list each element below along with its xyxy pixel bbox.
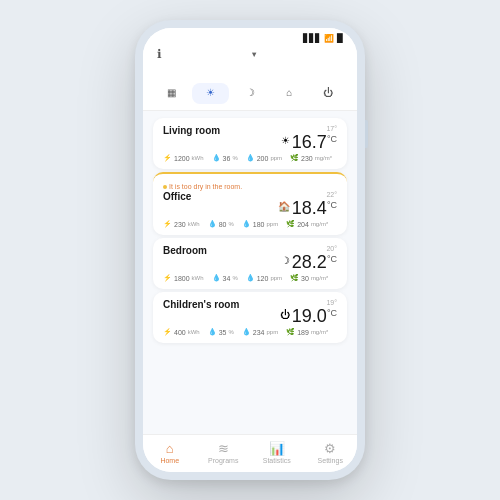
stat-unit-3: mg/m³ xyxy=(315,155,332,161)
stat-unit-2: ppm xyxy=(270,155,282,161)
bottom-nav-item-home[interactable]: ⌂ Home xyxy=(143,441,197,464)
stat-icon-2: 💧 xyxy=(246,274,255,282)
stat-value-3: 30 xyxy=(301,275,309,282)
stat-value-0: 230 xyxy=(174,221,186,228)
signal-icon: ▋▋▋ xyxy=(303,34,321,43)
room-temp-area: 22° 🏠 18.4 °C xyxy=(278,191,337,217)
bottom-nav-label-home: Home xyxy=(160,457,179,464)
tab-comfort[interactable]: ☀ xyxy=(192,83,229,104)
set-temp: 22° xyxy=(326,191,337,198)
stat-icon-0: ⚡ xyxy=(163,220,172,228)
bottom-nav-icon-programs: ≋ xyxy=(218,441,229,456)
sleep-icon: ☽ xyxy=(246,87,255,98)
stat-icon-2: 💧 xyxy=(242,328,251,336)
info-icon[interactable]: ℹ xyxy=(157,47,162,61)
bottom-nav-item-settings[interactable]: ⚙ Settings xyxy=(304,441,358,464)
comfort-icon: ☀ xyxy=(206,87,215,98)
room-stats: ⚡ 1200 kWh 💧 36 % 💧 200 ppm 🌿 230 mg/m³ xyxy=(163,154,337,162)
stat-unit-0: kWh xyxy=(188,221,200,227)
wifi-icon: 📶 xyxy=(324,34,334,43)
bottom-nav-label-programs: Programs xyxy=(208,457,238,464)
warning-dot xyxy=(163,185,167,189)
stat-item-0: ⚡ 1800 kWh xyxy=(163,274,204,282)
room-card-office[interactable]: It is too dry in the room. Office 22° 🏠 … xyxy=(153,172,347,235)
stat-value-2: 200 xyxy=(257,155,269,162)
temp-unit: °C xyxy=(327,200,337,210)
room-card-top: Living room 17° ☀ 16.7 °C xyxy=(163,125,337,151)
temp-unit: °C xyxy=(327,308,337,318)
tab-away[interactable]: ⌂ xyxy=(271,83,308,104)
off-icon: ⏻ xyxy=(323,87,333,98)
stat-value-3: 204 xyxy=(297,221,309,228)
stat-item-1: 💧 34 % xyxy=(212,274,238,282)
room-name: Office xyxy=(163,191,191,202)
room-card-top: Children's room 19° ⏻ 19.0 °C xyxy=(163,299,337,325)
stat-item-3: 🌿 230 mg/m³ xyxy=(290,154,332,162)
stat-value-2: 180 xyxy=(253,221,265,228)
room-card-children's-room[interactable]: Children's room 19° ⏻ 19.0 °C ⚡ 400 kWh … xyxy=(153,292,347,343)
stat-value-3: 189 xyxy=(297,329,309,336)
stat-item-2: 💧 200 ppm xyxy=(246,154,282,162)
stat-item-2: 💧 180 ppm xyxy=(242,220,278,228)
stat-item-2: 💧 234 ppm xyxy=(242,328,278,336)
bottom-nav-item-statistics[interactable]: 📊 Statistics xyxy=(250,441,304,464)
room-temp-value: 16.7 xyxy=(292,133,327,151)
stat-icon-3: 🌿 xyxy=(286,328,295,336)
room-card-top: Office 22° 🏠 18.4 °C xyxy=(163,191,337,217)
bottom-nav-icon-settings: ⚙ xyxy=(324,441,336,456)
stat-value-1: 80 xyxy=(219,221,227,228)
tab-program[interactable]: ▦ xyxy=(153,83,190,104)
stat-item-0: ⚡ 230 kWh xyxy=(163,220,200,228)
room-list: Living room 17° ☀ 16.7 °C ⚡ 1200 kWh 💧 3… xyxy=(143,111,357,434)
stat-unit-1: % xyxy=(228,329,233,335)
room-card-bedroom[interactable]: Bedroom 20° ☽ 28.2 °C ⚡ 1800 kWh 💧 34 % xyxy=(153,238,347,289)
room-card-living-room[interactable]: Living room 17° ☀ 16.7 °C ⚡ 1200 kWh 💧 3… xyxy=(153,118,347,169)
bottom-nav-icon-statistics: 📊 xyxy=(269,441,285,456)
stat-value-2: 120 xyxy=(257,275,269,282)
stat-unit-3: mg/m³ xyxy=(311,329,328,335)
stat-icon-2: 💧 xyxy=(242,220,251,228)
tab-sleep[interactable]: ☽ xyxy=(231,83,268,104)
room-temp-area: 20° ☽ 28.2 °C xyxy=(281,245,337,271)
stat-value-0: 1800 xyxy=(174,275,190,282)
stat-value-1: 34 xyxy=(223,275,231,282)
stat-unit-3: mg/m³ xyxy=(311,221,328,227)
mode-icon: 🏠 xyxy=(278,201,290,212)
house-selector[interactable]: ▾ xyxy=(249,50,256,59)
stat-item-3: 🌿 189 mg/m³ xyxy=(286,328,328,336)
stat-item-0: ⚡ 400 kWh xyxy=(163,328,200,336)
stat-value-0: 1200 xyxy=(174,155,190,162)
away-icon: ⌂ xyxy=(286,87,292,98)
stat-icon-1: 💧 xyxy=(208,328,217,336)
stat-unit-0: kWh xyxy=(192,155,204,161)
stat-item-1: 💧 35 % xyxy=(208,328,234,336)
status-icons: ▋▋▋ 📶 ▉ xyxy=(303,34,343,43)
set-temp: 17° xyxy=(326,125,337,132)
room-temp-value: 19.0 xyxy=(292,307,327,325)
room-stats: ⚡ 400 kWh 💧 35 % 💧 234 ppm 🌿 189 mg/m³ xyxy=(163,328,337,336)
tab-off[interactable]: ⏻ xyxy=(310,83,347,104)
stat-value-1: 36 xyxy=(223,155,231,162)
mode-icon: ☀ xyxy=(281,135,290,146)
stat-unit-2: ppm xyxy=(267,329,279,335)
room-stats: ⚡ 1800 kWh 💧 34 % 💧 120 ppm 🌿 30 mg/m³ xyxy=(163,274,337,282)
stat-icon-3: 🌿 xyxy=(290,274,299,282)
room-card-top: Bedroom 20° ☽ 28.2 °C xyxy=(163,245,337,271)
room-temp-value: 18.4 xyxy=(292,199,327,217)
mode-icon: ⏻ xyxy=(280,309,290,320)
bottom-nav-label-statistics: Statistics xyxy=(263,457,291,464)
stat-icon-1: 💧 xyxy=(212,154,221,162)
stat-unit-1: % xyxy=(232,275,237,281)
room-stats: ⚡ 230 kWh 💧 80 % 💧 180 ppm 🌿 204 mg/m³ xyxy=(163,220,337,228)
stat-item-2: 💧 120 ppm xyxy=(246,274,282,282)
status-bar: ▋▋▋ 📶 ▉ xyxy=(143,28,357,45)
chevron-down-icon: ▾ xyxy=(252,50,256,59)
stat-unit-2: ppm xyxy=(267,221,279,227)
top-nav: ℹ ▾ xyxy=(143,45,357,67)
room-temp-value: 28.2 xyxy=(292,253,327,271)
stat-unit-1: % xyxy=(228,221,233,227)
stat-item-1: 💧 80 % xyxy=(208,220,234,228)
stat-unit-2: ppm xyxy=(270,275,282,281)
stat-item-3: 🌿 30 mg/m³ xyxy=(290,274,328,282)
bottom-nav-item-programs[interactable]: ≋ Programs xyxy=(197,441,251,464)
